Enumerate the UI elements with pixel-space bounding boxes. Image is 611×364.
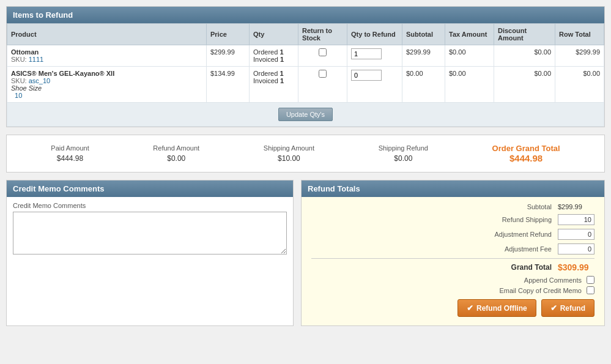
comments-label: Credit Memo Comments [13,202,287,209]
col-header-subtotal: Subtotal [402,24,445,45]
product-name-cell: Ottoman SKU: 1111 [7,45,207,67]
update-qty-cell: Update Qty's [7,103,604,127]
return-to-stock-cell [298,67,347,103]
adjustment-refund-input[interactable] [558,229,594,240]
row-total-cell: $299.99 [555,45,604,67]
return-to-stock-cell [298,45,347,67]
invoiced-value: 1 [280,77,284,84]
col-header-tax-amount: Tax Amount [445,24,494,45]
product-name-cell: ASICS® Men's GEL-Kayano® XII SKU: asc_10… [7,67,207,103]
table-row: Ottoman SKU: 1111 $299.99 Ordered 1 Invo… [7,45,604,67]
invoiced-label: Invoiced [253,77,278,84]
subtotal-value: $299.99 [558,203,594,210]
invoiced-label: Invoiced [253,56,278,63]
append-comments-checkbox[interactable] [587,276,594,284]
credit-memo-comments-textarea[interactable] [13,212,287,254]
bottom-row: Credit Memo Comments Credit Memo Comment… [6,180,605,333]
discount-amount-cell: $0.00 [494,45,555,67]
col-header-product: Product [7,24,207,45]
subtotal-cell: $0.00 [402,67,445,103]
items-panel-header: Items to Refund [7,7,604,23]
refund-amount-item: Refund Amount $0.00 [153,144,199,163]
grand-total-item: Order Grand Total $444.98 [492,144,560,163]
grand-total-row: Grand Total $309.99 [311,258,594,272]
paid-amount-item: Paid Amount $444.98 [51,144,89,163]
update-qty-button[interactable]: Update Qty's [278,108,333,121]
qty-to-refund-input-1[interactable] [351,70,382,81]
refund-shipping-row: Refund Shipping [311,214,594,225]
action-buttons-row: ✔ Refund Offline ✔ Refund [311,299,594,317]
return-to-stock-checkbox-1[interactable] [319,70,327,78]
refund-offline-icon: ✔ [467,303,473,313]
subtotal-label: Subtotal [472,203,552,210]
invoiced-value: 1 [280,56,284,63]
refund-label: Refund [560,304,585,313]
product-name: ASICS® Men's GEL-Kayano® XII [11,70,114,77]
subtotal-cell: $299.99 [402,45,445,67]
sku-link[interactable]: 1111 [29,56,43,63]
append-comments-label: Append Comments [524,277,582,284]
sku-label: SKU: asc_10 [11,77,50,84]
adjustment-refund-row: Adjustment Refund [311,229,594,240]
subtotal-row: Subtotal $299.99 [311,203,594,210]
shipping-refund-label: Shipping Refund [379,144,428,152]
refund-shipping-label: Refund Shipping [472,216,552,223]
tax-amount-cell: $0.00 [445,67,494,103]
grand-total-label: Order Grand Total [492,144,560,153]
sku-link[interactable]: asc_10 [29,77,50,84]
refund-amount-value: $0.00 [153,154,199,163]
grand-total-row-label: Grand Total [472,263,552,272]
adjustment-fee-input[interactable] [558,243,594,254]
refund-button[interactable]: ✔ Refund [541,299,594,317]
email-copy-label: Email Copy of Credit Memo [500,287,582,294]
sku-label: SKU: 1111 [11,56,43,63]
refund-offline-button[interactable]: ✔ Refund Offline [457,299,536,317]
qty-cell: Ordered 1 Invoiced 1 [250,67,298,103]
table-row: ASICS® Men's GEL-Kayano® XII SKU: asc_10… [7,67,604,103]
attr-label-shoe-size: Shoe Size [11,84,42,92]
col-header-row-total: Row Total [555,24,604,45]
refund-icon: ✔ [550,303,557,313]
paid-amount-value: $444.98 [51,154,89,163]
paid-amount-label: Paid Amount [51,144,89,152]
ordered-label: Ordered [253,48,278,56]
refund-totals-panel: Refund Totals Subtotal $299.99 Refund Sh… [301,180,605,326]
adjustment-fee-label: Adjustment Fee [472,245,552,253]
return-to-stock-checkbox-0[interactable] [319,48,327,56]
email-copy-checkbox[interactable] [587,286,594,294]
update-qty-row: Update Qty's [7,103,604,127]
credit-memo-comments-panel: Credit Memo Comments Credit Memo Comment… [6,180,294,326]
qty-to-refund-cell [347,67,402,103]
attr-value-shoe-size: 10 [11,92,22,99]
qty-to-refund-input-0[interactable] [351,48,382,59]
shipping-amount-label: Shipping Amount [264,144,314,152]
col-header-discount-amount: Discount Amount [494,24,555,45]
email-copy-row: Email Copy of Credit Memo [311,286,594,294]
refund-offline-label: Refund Offline [476,304,527,313]
qty-to-refund-cell [347,45,402,67]
grand-total-row-value: $309.99 [558,262,594,272]
shipping-amount-item: Shipping Amount $10.00 [264,144,314,163]
append-comments-row: Append Comments [311,276,594,284]
row-total-cell: $0.00 [555,67,604,103]
adjustment-refund-label: Adjustment Refund [472,231,552,238]
col-header-qty-to-refund: Qty to Refund [347,24,402,45]
adjustment-fee-row: Adjustment Fee [311,243,594,254]
order-summary-panel: Paid Amount $444.98 Refund Amount $0.00 … [6,135,605,173]
refund-shipping-input[interactable] [558,214,594,225]
credit-memo-header: Credit Memo Comments [7,180,293,197]
items-table: Product Price Qty Return to Stock Qty to… [7,23,604,127]
discount-amount-cell: $0.00 [494,67,555,103]
price-cell: $299.99 [207,45,250,67]
ordered-label: Ordered [253,70,278,77]
grand-total-value: $444.98 [492,153,560,163]
product-name: Ottoman [11,48,39,56]
col-header-return-to-stock: Return to Stock [298,24,347,45]
shipping-refund-item: Shipping Refund $0.00 [379,144,428,163]
col-header-qty: Qty [250,24,298,45]
refund-totals-body: Subtotal $299.99 Refund Shipping Adjustm… [302,197,604,325]
price-cell: $134.99 [207,67,250,103]
ordered-value: 1 [280,48,283,56]
ordered-value: 1 [280,70,283,77]
col-header-price: Price [207,24,250,45]
